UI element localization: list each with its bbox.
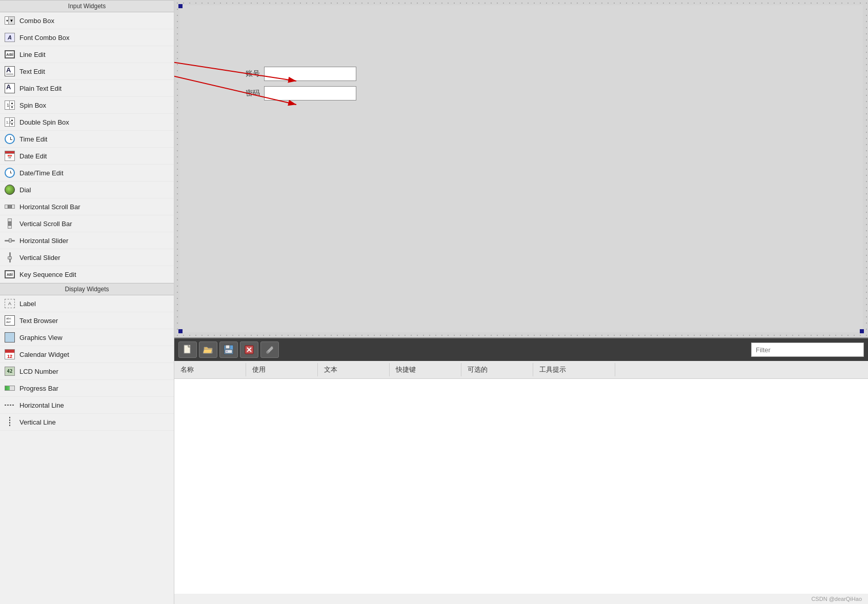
sidebar-item-text-edit[interactable]: A Text Edit — [0, 63, 174, 80]
sidebar-item-vertical-line[interactable]: Vertical Line — [0, 414, 174, 431]
sidebar-item-label-font-combo-box: Font Combo Box — [19, 34, 70, 42]
lineedit-icon: ABÌ — [4, 49, 15, 60]
combobox-icon: ▾ ▼ — [4, 15, 15, 26]
sidebar-item-label-spin-box: Spin Box — [19, 102, 46, 109]
textedit-icon: A — [4, 66, 15, 77]
display-widgets-header: Display Widgets — [0, 283, 174, 295]
bottom-table-body — [174, 379, 868, 594]
sidebar-item-line-edit[interactable]: ABÌ Line Edit — [0, 46, 174, 63]
main-area: Input Widgets ▾ ▼ Combo Box A Font Combo… — [0, 0, 868, 604]
sidebar-item-label-lcd-number: LCD Number — [19, 368, 58, 375]
bottom-toolbar — [174, 338, 868, 361]
svg-rect-8 — [226, 345, 230, 349]
keysequence-icon: ABÌ — [4, 269, 15, 280]
fontcombo-icon: A — [4, 32, 15, 43]
app-container: Input Widgets ▾ ▼ Combo Box A Font Combo… — [0, 0, 868, 604]
sidebar-item-date-time-edit[interactable]: Date/Time Edit — [0, 165, 174, 182]
account-label: 账号 — [236, 69, 264, 78]
sidebar-item-combo-box[interactable]: ▾ ▼ Combo Box — [0, 12, 174, 29]
sidebar-item-label-text-edit: Text Edit — [19, 68, 45, 75]
sidebar-item-label-plain-text-edit: Plain Text Edit — [19, 85, 62, 92]
selection-handle-bottomleft[interactable] — [178, 329, 183, 333]
password-row: 密码 — [236, 86, 356, 100]
sidebar-item-label-vertical-scroll-bar: Vertical Scroll Bar — [19, 220, 72, 228]
sidebar-item-vertical-slider[interactable]: Vertical Slider — [0, 249, 174, 266]
calendarwidget-icon: 12 — [4, 349, 15, 360]
filter-input[interactable] — [751, 343, 864, 357]
account-row: 账号 — [236, 67, 356, 81]
sidebar-item-dial[interactable]: Dial — [0, 182, 174, 198]
open-file-button[interactable] — [199, 341, 217, 358]
sidebar-item-label-vertical-slider: Vertical Slider — [19, 254, 60, 261]
sidebar-item-calendar-widget[interactable]: 12 Calendar Widget — [0, 346, 174, 363]
hline-icon — [4, 399, 15, 411]
sidebar-item-label-line-edit: Line Edit — [19, 51, 46, 58]
datetimeedit-icon — [4, 167, 15, 178]
wrench-button[interactable] — [260, 341, 279, 358]
vline-icon — [4, 416, 15, 428]
right-area: 账号 密码 — [174, 0, 868, 604]
input-widgets-header: Input Widgets — [0, 0, 174, 12]
watermark: CSDN @dearQiHao — [174, 594, 868, 604]
save-icon — [223, 344, 234, 355]
sidebar-item-label-horizontal-line: Horizontal Line — [19, 401, 64, 409]
sidebar-item-graphics-view[interactable]: Graphics View — [0, 329, 174, 346]
sidebar-item-label-double-spin-box: Double Spin Box — [19, 118, 69, 126]
textbrowser-icon: abcdef — [4, 315, 15, 326]
table-header-optional: 可选的 — [461, 363, 533, 376]
sidebar-item-font-combo-box[interactable]: A Font Combo Box — [0, 29, 174, 46]
sidebar-item-double-spin-box[interactable]: 1.2 ▲ ▼ Double Spin Box — [0, 114, 174, 131]
sidebar-item-label-horizontal-slider: Horizontal Slider — [19, 237, 68, 245]
sidebar: Input Widgets ▾ ▼ Combo Box A Font Combo… — [0, 0, 174, 604]
sidebar-item-label-date-edit: Date Edit — [19, 152, 47, 160]
password-input[interactable] — [264, 86, 356, 100]
sidebar-item-label-calendar-widget: Calendar Widget — [19, 351, 69, 358]
table-header-shortcut: 快捷键 — [390, 363, 461, 376]
sidebar-item-text-browser[interactable]: abcdef Text Browser — [0, 312, 174, 329]
sidebar-item-date-edit[interactable]: 📅 Date Edit — [0, 148, 174, 165]
dial-icon — [4, 184, 15, 195]
sidebar-item-label-progress-bar: Progress Bar — [19, 385, 58, 392]
account-input[interactable] — [264, 67, 356, 81]
doublespinbox-icon: 1.2 ▲ ▼ — [4, 116, 15, 128]
sidebar-item-time-edit[interactable]: Time Edit — [0, 131, 174, 148]
sidebar-item-label-time-edit: Time Edit — [19, 135, 47, 143]
table-header-name: 名称 — [174, 363, 246, 376]
sidebar-item-horizontal-slider[interactable]: Horizontal Slider — [0, 232, 174, 249]
timeedit-icon — [4, 133, 15, 145]
vslider-icon — [4, 252, 15, 263]
plaintextedit-icon: A — [4, 83, 15, 94]
dateedit-icon: 📅 — [4, 150, 15, 162]
design-canvas[interactable]: 账号 密码 — [174, 0, 868, 337]
sidebar-item-vertical-scroll-bar[interactable]: Vertical Scroll Bar — [0, 215, 174, 232]
save-button[interactable] — [219, 341, 238, 358]
sidebar-item-horizontal-line[interactable]: Horizontal Line — [0, 397, 174, 414]
svg-point-14 — [267, 351, 269, 353]
sidebar-item-label-label: Label — [19, 300, 36, 308]
sidebar-item-plain-text-edit[interactable]: A Plain Text Edit — [0, 80, 174, 97]
close-button[interactable] — [240, 341, 258, 358]
selection-handle-bottomright[interactable] — [860, 329, 864, 333]
sidebar-item-spin-box[interactable]: 1 ▲ ▼ Spin Box — [0, 97, 174, 114]
sidebar-item-horizontal-scroll-bar[interactable]: Horizontal Scroll Bar — [0, 198, 174, 215]
lcdnumber-icon: 42 — [4, 366, 15, 377]
progressbar-icon — [4, 382, 15, 394]
close-icon — [244, 344, 255, 355]
new-file-button[interactable] — [178, 341, 197, 358]
sidebar-item-key-sequence-edit[interactable]: ABÌ Key Sequence Edit — [0, 266, 174, 283]
spinbox-icon: 1 ▲ ▼ — [4, 99, 15, 111]
form-fields-group: 账号 密码 — [236, 67, 356, 100]
sidebar-item-label[interactable]: A Label — [0, 295, 174, 312]
bottom-panel: 名称 使用 文本 快捷键 可选的 工具提示 CSDN @dearQiHao — [174, 337, 868, 604]
label-icon: A — [4, 298, 15, 309]
sidebar-item-progress-bar[interactable]: Progress Bar — [0, 380, 174, 397]
selection-handle-topleft[interactable] — [178, 4, 183, 8]
hslider-icon — [4, 235, 15, 246]
table-header: 名称 使用 文本 快捷键 可选的 工具提示 — [174, 361, 868, 379]
sidebar-item-label-graphics-view: Graphics View — [19, 334, 63, 341]
sidebar-item-label-key-sequence-edit: Key Sequence Edit — [19, 271, 76, 278]
password-label: 密码 — [236, 89, 264, 98]
wrench-icon — [264, 344, 275, 355]
sidebar-item-label-horizontal-scroll-bar: Horizontal Scroll Bar — [19, 203, 80, 211]
sidebar-item-lcd-number[interactable]: 42 LCD Number — [0, 363, 174, 380]
